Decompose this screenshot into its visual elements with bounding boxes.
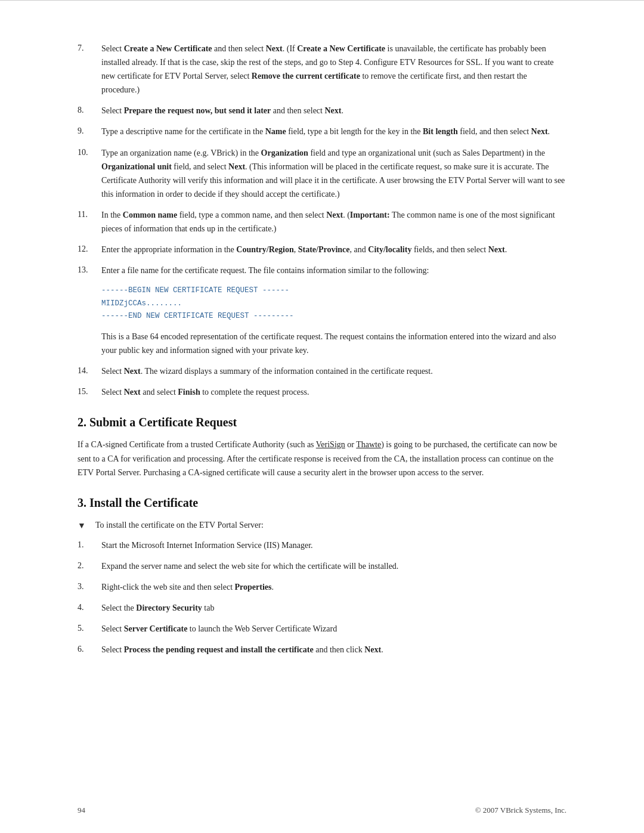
list-num-12: 12. (78, 243, 101, 256)
bold-organization: Organization (261, 148, 308, 157)
bold-next-4: Next (228, 162, 245, 171)
bold-next-8: Next (124, 388, 141, 397)
list-content-10: Type an organization name (e.g. VBrick) … (101, 146, 566, 201)
bold-important: Important: (350, 210, 390, 219)
install-content-3: Right-click the web site and then select… (101, 580, 566, 594)
list-item-7: 7. Select Create a New Certificate and t… (78, 42, 566, 97)
bold-bit-length: Bit length (423, 127, 458, 136)
install-num-6: 6. (78, 643, 101, 657)
list-content-7: Select Create a New Certificate and then… (101, 42, 566, 97)
install-content-4: Select the Directory Security tab (101, 601, 566, 615)
install-step-1: 1. Start the Microsoft Internet Informat… (78, 538, 566, 552)
install-content-5: Select Server Certificate to launch the … (101, 622, 566, 636)
page-container: 7. Select Create a New Certificate and t… (0, 0, 644, 833)
bold-next-2: Next (324, 106, 341, 115)
install-num-3: 3. (78, 580, 101, 594)
bold-remove-cert: Remove the current certificate (252, 72, 360, 80)
list-item-12: 12. Enter the appropriate information in… (78, 243, 566, 256)
bullet-triangle: ▼ (78, 518, 95, 532)
install-num-2: 2. (78, 559, 101, 573)
bold-org-unit: Organizational unit (101, 162, 172, 171)
bold-next-6: Next (488, 245, 505, 254)
install-content-6: Select Process the pending request and i… (101, 643, 566, 657)
bold-create-new: Create a New Certificate (124, 44, 212, 53)
list-item-15: 15. Select Next and select Finish to com… (78, 385, 566, 399)
list-num-14: 14. (78, 364, 101, 378)
list-content-13: Enter a file name for the certificate re… (101, 264, 566, 357)
list-content-15: Select Next and select Finish to complet… (101, 385, 566, 399)
bold-create-new-2: Create a New Certificate (297, 44, 385, 53)
install-step-5: 5. Select Server Certificate to launch t… (78, 622, 566, 636)
section-2-body: If a CA-signed Certificate from a truste… (78, 438, 566, 479)
bold-next-1: Next (266, 44, 283, 53)
thawte-link[interactable]: Thawte (356, 440, 381, 449)
list-content-9: Type a descriptive name for the certific… (101, 125, 566, 138)
bold-next-5: Next (326, 210, 343, 219)
list-num-15: 15. (78, 385, 101, 399)
list-num-10: 10. (78, 146, 101, 201)
install-content-1: Start the Microsoft Internet Information… (101, 538, 566, 552)
install-step-2: 2. Expand the server name and select the… (78, 559, 566, 573)
list-num-8: 8. (78, 104, 101, 117)
bold-prepare: Prepare the request now, but send it lat… (124, 106, 271, 115)
bold-state: State/Province (298, 245, 350, 254)
bold-country: Country/Region (236, 245, 293, 254)
list-content-14: Select Next. The wizard displays a summa… (101, 364, 566, 378)
bold-next-3: Next (531, 127, 548, 136)
install-num-5: 5. (78, 622, 101, 636)
list-num-11: 11. (78, 208, 101, 236)
bold-next-7: Next (124, 367, 141, 376)
bold-process-pending: Process the pending request and install … (124, 645, 314, 654)
list-num-7: 7. (78, 42, 101, 97)
bold-dir-security: Directory Security (136, 603, 202, 612)
bold-city: City/locality (368, 245, 411, 254)
list-item-13: 13. Enter a file name for the certificat… (78, 264, 566, 357)
code-block: ------BEGIN NEW CERTIFICATE REQUEST ----… (101, 284, 566, 323)
list-num-9: 9. (78, 125, 101, 138)
list-content-8: Select Prepare the request now, but send… (101, 104, 566, 117)
main-list: 7. Select Create a New Certificate and t… (78, 42, 566, 399)
list-item-8: 8. Select Prepare the request now, but s… (78, 104, 566, 117)
code-line-1: ------BEGIN NEW CERTIFICATE REQUEST ----… (101, 284, 566, 297)
section-3-bullet-text: To install the certificate on the ETV Po… (95, 518, 566, 532)
install-step-6: 6. Select Process the pending request an… (78, 643, 566, 657)
section-3-bullet: ▼ To install the certificate on the ETV … (78, 518, 566, 532)
list-item-14: 14. Select Next. The wizard displays a s… (78, 364, 566, 378)
bold-name: Name (265, 127, 286, 136)
footer-page-number: 94 (78, 806, 85, 815)
install-list: 1. Start the Microsoft Internet Informat… (78, 538, 566, 657)
list-content-12: Enter the appropriate information in the… (101, 243, 566, 256)
code-line-3: ------END NEW CERTIFICATE REQUEST ------… (101, 310, 566, 323)
bold-common-name: Common name (123, 210, 177, 219)
top-border (0, 0, 644, 1)
list-item-10: 10. Type an organization name (e.g. VBri… (78, 146, 566, 201)
install-num-4: 4. (78, 601, 101, 615)
list-num-13: 13. (78, 264, 101, 357)
main-content: 7. Select Create a New Certificate and t… (78, 42, 566, 657)
list-content-11: In the Common name field, type a common … (101, 208, 566, 236)
list-item-9: 9. Type a descriptive name for the certi… (78, 125, 566, 138)
footer-copyright: © 2007 VBrick Systems, Inc. (475, 806, 566, 815)
bold-properties: Properties (235, 583, 272, 592)
bold-server-cert: Server Certificate (124, 624, 188, 633)
install-content-2: Expand the server name and select the we… (101, 559, 566, 573)
install-num-1: 1. (78, 538, 101, 552)
bold-finish: Finish (178, 388, 200, 397)
bold-next-install: Next (364, 645, 381, 654)
list-item-11: 11. In the Common name field, type a com… (78, 208, 566, 236)
section-3-heading: 3. Install the Certificate (78, 496, 566, 510)
install-step-3: 3. Right-click the web site and then sel… (78, 580, 566, 594)
install-step-4: 4. Select the Directory Security tab (78, 601, 566, 615)
code-line-2: MIIDZjCCAs........ (101, 298, 566, 310)
section-2-heading: 2. Submit a Certificate Request (78, 416, 566, 429)
footer: 94 © 2007 VBrick Systems, Inc. (0, 806, 644, 815)
verisign-link[interactable]: VeriSign (316, 440, 345, 449)
